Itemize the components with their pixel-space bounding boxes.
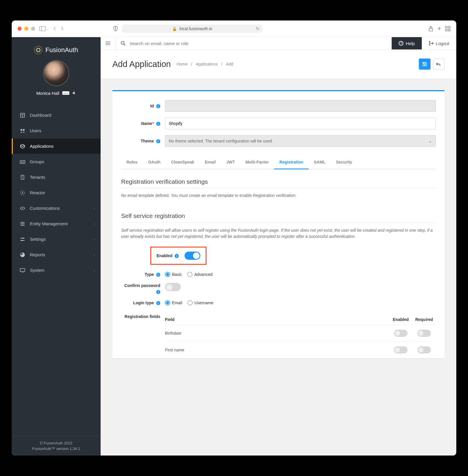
- refresh-icon[interactable]: ↻: [256, 26, 259, 31]
- sidebar-item-customizations[interactable]: Customizations‹: [12, 200, 101, 216]
- help-button[interactable]: ? Help: [392, 37, 422, 49]
- sidebar-item-system[interactable]: System‹: [12, 262, 101, 278]
- location-icon[interactable]: ➤: [71, 90, 77, 96]
- svg-rect-6: [448, 29, 450, 31]
- address-bar[interactable]: 🔒 local.fusionauth.io ↻: [122, 25, 262, 33]
- tab-multi-factor[interactable]: Multi-Factor: [240, 156, 274, 169]
- back-button[interactable]: [433, 59, 445, 70]
- tab-saml[interactable]: SAML: [309, 156, 331, 169]
- sidebar: FusionAuth Monica Hall ▭▭ ➤ DashboardUse…: [12, 37, 101, 456]
- sidebar-item-groups[interactable]: Groups: [12, 154, 101, 169]
- breadcrumb-add[interactable]: Add: [226, 62, 233, 66]
- svg-rect-5: [445, 29, 447, 31]
- nav: DashboardUsersApplicationsGroupsTenantsR…: [12, 107, 101, 436]
- collapse-sidebar-button[interactable]: [101, 37, 116, 49]
- type-radio-basic[interactable]: Basic: [165, 272, 182, 277]
- main: ? Help Logout Add Application Home/Appli…: [101, 37, 456, 456]
- tab-oauth[interactable]: OAuth: [143, 156, 166, 169]
- maximize-window-button[interactable]: [31, 27, 35, 31]
- tenants-icon: [20, 175, 25, 180]
- save-button[interactable]: [419, 59, 431, 70]
- confirm-password-toggle[interactable]: [165, 283, 181, 291]
- window-controls: [18, 27, 35, 31]
- breadcrumb-applications[interactable]: Applications: [196, 62, 218, 66]
- sidebar-footer: © FusionAuth 2022 FusionAuth™ version 1.…: [12, 436, 101, 456]
- nav-forward-button[interactable]: [61, 27, 64, 31]
- sidebar-item-settings[interactable]: Settings‹: [12, 231, 101, 247]
- sidebar-item-dashboard[interactable]: Dashboard: [12, 107, 101, 123]
- info-icon[interactable]: i: [156, 290, 160, 294]
- code-icon: [20, 207, 25, 210]
- svg-point-11: [23, 129, 25, 131]
- tab-cleanspeak[interactable]: CleanSpeak: [166, 156, 199, 169]
- svg-line-32: [124, 44, 125, 45]
- content: Id i Name* i Theme i No theme selected. …: [101, 78, 456, 456]
- login-type-label: Login type: [133, 300, 154, 305]
- sidebar-item-users[interactable]: Users: [12, 123, 101, 138]
- info-icon[interactable]: i: [156, 122, 160, 126]
- svg-rect-12: [20, 161, 25, 164]
- info-icon[interactable]: i: [175, 254, 179, 258]
- sidebar-item-reports[interactable]: Reports‹: [12, 247, 101, 262]
- name-label: Name: [141, 121, 152, 126]
- tab-registration[interactable]: Registration: [274, 156, 309, 169]
- field-enabled-toggle[interactable]: [394, 330, 407, 337]
- sidebar-item-reactor[interactable]: Reactor: [12, 185, 101, 200]
- system-icon: [20, 268, 25, 272]
- id-label: Id: [150, 104, 154, 108]
- reg-field-row: Birthdate: [165, 325, 436, 341]
- share-icon[interactable]: [429, 26, 433, 31]
- tab-email[interactable]: Email: [199, 156, 221, 169]
- close-window-button[interactable]: [18, 27, 22, 31]
- reg-field-row: First name: [165, 341, 436, 358]
- reports-icon: [20, 252, 25, 257]
- sidebar-toggle-icon[interactable]: ⌄: [39, 26, 49, 31]
- svg-point-19: [22, 192, 23, 193]
- panel: Id i Name* i Theme i No theme selected. …: [112, 90, 445, 358]
- field-enabled-toggle[interactable]: [394, 346, 407, 353]
- search-input[interactable]: [130, 41, 386, 46]
- breadcrumb-home[interactable]: Home: [177, 62, 187, 66]
- tab-overview-icon[interactable]: [445, 26, 450, 31]
- logout-button[interactable]: Logout: [422, 37, 456, 49]
- enabled-label: Enabled: [156, 253, 172, 258]
- page-title: Add Application: [112, 59, 171, 69]
- new-tab-icon[interactable]: +: [437, 25, 441, 32]
- brand-name: FusionAuth: [45, 46, 78, 54]
- info-icon[interactable]: i: [156, 104, 160, 108]
- shield-icon[interactable]: [113, 26, 118, 31]
- id-card-icon[interactable]: ▭▭: [62, 91, 69, 95]
- svg-point-25: [23, 238, 24, 239]
- login-radio-username[interactable]: Username: [187, 300, 214, 305]
- tab-roles[interactable]: Roles: [121, 156, 143, 169]
- info-icon[interactable]: i: [156, 139, 160, 143]
- field-required-toggle[interactable]: [417, 330, 431, 337]
- svg-rect-29: [20, 269, 25, 271]
- tab-security[interactable]: Security: [331, 156, 357, 169]
- info-icon[interactable]: i: [156, 273, 160, 277]
- info-icon[interactable]: i: [156, 301, 160, 305]
- name-field[interactable]: [165, 118, 436, 129]
- avatar[interactable]: [43, 60, 69, 86]
- undo-icon: [436, 62, 441, 66]
- tab-jwt[interactable]: JWT: [221, 156, 240, 169]
- apps-icon: [20, 144, 25, 149]
- sidebar-item-tenants[interactable]: Tenants: [12, 169, 101, 185]
- login-radio-email[interactable]: Email: [165, 300, 182, 305]
- users-icon: [20, 129, 25, 133]
- section-title: Self service registration: [121, 212, 436, 223]
- minimize-window-button[interactable]: [24, 27, 28, 31]
- sidebar-item-applications[interactable]: Applications: [12, 138, 101, 154]
- enabled-toggle[interactable]: [185, 252, 200, 260]
- nav-back-button[interactable]: [53, 27, 56, 31]
- id-field: [165, 100, 436, 112]
- reg-fields-header: Field Enabled Required: [165, 314, 436, 325]
- svg-rect-4: [448, 26, 450, 28]
- breadcrumb: Home/Applications/Add: [177, 62, 233, 66]
- field-required-toggle[interactable]: [417, 346, 431, 353]
- theme-select[interactable]: No theme selected. The tenant configurat…: [165, 135, 436, 147]
- lock-icon: 🔒: [172, 26, 177, 31]
- type-radio-advanced[interactable]: Advanced: [187, 272, 212, 277]
- svg-point-13: [21, 161, 22, 163]
- sidebar-item-entity-management[interactable]: Entity Management‹: [12, 216, 101, 231]
